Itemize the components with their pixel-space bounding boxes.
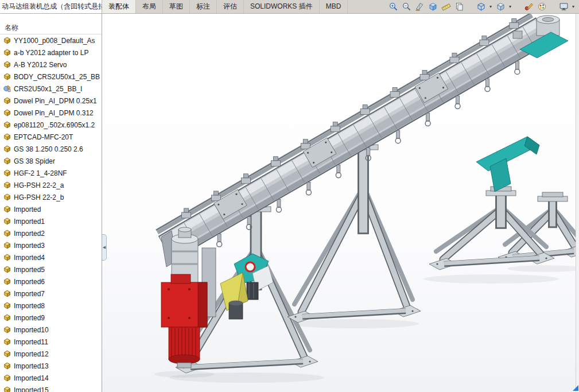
part-icon	[3, 193, 11, 201]
tree-item-label: Imported5	[14, 266, 45, 274]
section-view-icon[interactable]	[414, 1, 425, 13]
tree-item-label: GS 38 Spider	[14, 157, 55, 165]
tree-item[interactable]: HG-PSH 22-2_b	[0, 191, 102, 203]
part-icon	[3, 253, 11, 262]
tree-item-label: HG-PSH 22-2_a	[14, 181, 64, 189]
tree-item-label: YY1000_p008_Default_As	[14, 37, 95, 45]
main-beam[interactable]	[156, 14, 546, 267]
tree-item[interactable]: Imported6	[0, 275, 102, 288]
tree-item[interactable]: Dowel Pin_AI_DPM 0.25x1	[0, 95, 102, 107]
main-area: 名称 YY1000_p008_Default_Asa-b Y2012 adapt…	[0, 14, 579, 392]
vertical-scrollbar[interactable]	[576, 14, 579, 392]
tree-item-label: EPTCAD-MFC-20T	[14, 133, 73, 141]
tree-item[interactable]: Imported1	[0, 215, 102, 227]
zoom-area-icon[interactable]	[401, 1, 412, 13]
zoom-in-icon[interactable]	[387, 1, 399, 13]
apply-scene-icon[interactable]	[536, 1, 547, 13]
measure-icon[interactable]	[440, 1, 452, 13]
part-icon	[3, 181, 11, 189]
view-settings-icon-dropdown[interactable]: ▾	[571, 1, 576, 13]
tree-item[interactable]: HG-PSH 22-2_a	[0, 179, 102, 191]
profile-part-icon	[3, 84, 11, 93]
ribbon-tab-sketch[interactable]: 草图	[163, 0, 190, 13]
tree-item[interactable]: HGF-2 1_4-28NF	[0, 167, 102, 179]
toolbar-separator	[467, 6, 473, 7]
view-orientation-icon-dropdown[interactable]: ▾	[488, 1, 493, 13]
tree-item-label: GS 38 1.250 0.250 2.6	[14, 145, 83, 153]
panel-collapse-handle[interactable]: ◀	[102, 234, 107, 261]
tree-item[interactable]: Dowel Pin_AI_DPM 0.312	[0, 107, 102, 119]
suspension-arm-teal[interactable]	[476, 137, 539, 192]
rotary-fixture[interactable]	[220, 254, 273, 319]
heads-up-view-toolbar: ▾▾▾	[387, 0, 579, 13]
model-3d-view[interactable]	[102, 14, 576, 392]
part-icon	[3, 350, 11, 358]
tree-item[interactable]: CRS2U50x1_25_BB_I	[0, 83, 102, 95]
part-icon	[3, 169, 11, 177]
ribbon-tab-markup[interactable]: 标注	[190, 0, 217, 13]
ribbon-tab-evaluate[interactable]: 评估	[217, 0, 244, 13]
display-style-icon[interactable]	[495, 1, 506, 13]
solidworks-window: 动马达组装机总成（含回转式悬挂 装配体布局草图标注评估SOLIDWORKS 插件…	[0, 0, 579, 392]
tree-item[interactable]: Imported13	[0, 360, 102, 372]
part-icon	[3, 60, 11, 69]
tree-item[interactable]: Imported5	[0, 263, 102, 275]
part-icon	[3, 277, 11, 286]
tree-item[interactable]: Imported4	[0, 251, 102, 263]
tree-item-label: A-B Y2012 Servo	[14, 61, 67, 69]
tree-item-label: Imported13	[14, 362, 49, 370]
tree-item-label: Imported14	[14, 374, 49, 382]
part-icon	[3, 121, 11, 129]
tree-item[interactable]: Imported9	[0, 312, 102, 324]
ribbon-tab-layout[interactable]: 布局	[136, 0, 163, 13]
display-style-icon-dropdown[interactable]: ▾	[508, 1, 512, 13]
ribbon-tab-mbd[interactable]: MBD	[320, 0, 348, 13]
tree-item[interactable]: ep081120_.502x.6905x1.2	[0, 119, 102, 131]
tree-item[interactable]: Imported7	[0, 288, 102, 300]
tree-item[interactable]: Imported11	[0, 336, 102, 348]
part-icon	[3, 108, 11, 117]
tree-item[interactable]: Imported2	[0, 227, 102, 239]
part-icon	[3, 325, 11, 334]
part-icon	[3, 301, 11, 310]
tree-item-label: Imported12	[14, 350, 49, 358]
tree-item[interactable]: Imported10	[0, 324, 102, 336]
tree-item-label: Imported15	[14, 386, 49, 392]
mass-properties-icon[interactable]	[453, 1, 465, 13]
part-icon	[3, 133, 11, 141]
tree-item[interactable]: Imported8	[0, 300, 102, 312]
tree-item[interactable]: BODY_CRS2U50x1_25_BB	[0, 71, 102, 83]
tree-item[interactable]: a-b Y2012 adapter to LP	[0, 46, 102, 59]
tree-item[interactable]: Imported	[0, 203, 102, 215]
tree-item[interactable]: A-B Y2012 Servo	[0, 59, 102, 71]
tree-item-label: Imported8	[14, 302, 45, 310]
tree-item-label: Imported3	[14, 242, 45, 250]
tree-item[interactable]: EPTCAD-MFC-20T	[0, 131, 102, 143]
assembly-visualization-icon[interactable]	[427, 1, 438, 13]
tree-item[interactable]: GS 38 Spider	[0, 155, 102, 167]
tree-item-label: Imported2	[14, 230, 45, 238]
part-icon	[3, 337, 11, 346]
tree-item[interactable]: Imported15	[0, 384, 102, 392]
part-icon	[3, 386, 11, 392]
tree-item[interactable]: Imported14	[0, 372, 102, 384]
part-icon	[3, 217, 11, 226]
part-icon	[3, 374, 11, 382]
tree-item-label: a-b Y2012 adapter to LP	[14, 49, 89, 57]
feature-tree-panel: 名称 YY1000_p008_Default_Asa-b Y2012 adapt…	[0, 14, 102, 392]
tree-item-label: HG-PSH 22-2_b	[14, 193, 64, 201]
tree-item-label: Imported6	[14, 278, 45, 286]
tree-item[interactable]: YY1000_p008_Default_As	[0, 34, 102, 46]
ribbon-tab-addins[interactable]: SOLIDWORKS 插件	[244, 0, 320, 13]
view-orientation-icon[interactable]	[475, 1, 487, 13]
edit-appearance-icon[interactable]	[523, 1, 534, 13]
tree-item[interactable]: GS 38 1.250 0.250 2.6	[0, 143, 102, 155]
tree-item[interactable]: Imported3	[0, 239, 102, 251]
ribbon-tab-assembly[interactable]: 装配体	[102, 0, 136, 13]
tree-item-label: Dowel Pin_AI_DPM 0.25x1	[14, 97, 97, 105]
graphics-viewport[interactable]: ◀	[102, 14, 576, 392]
view-settings-icon[interactable]	[558, 1, 569, 13]
tree-item-label: ep081120_.502x.6905x1.2	[14, 121, 95, 129]
tree-column-header[interactable]: 名称	[0, 22, 102, 34]
tree-item[interactable]: Imported12	[0, 348, 102, 360]
